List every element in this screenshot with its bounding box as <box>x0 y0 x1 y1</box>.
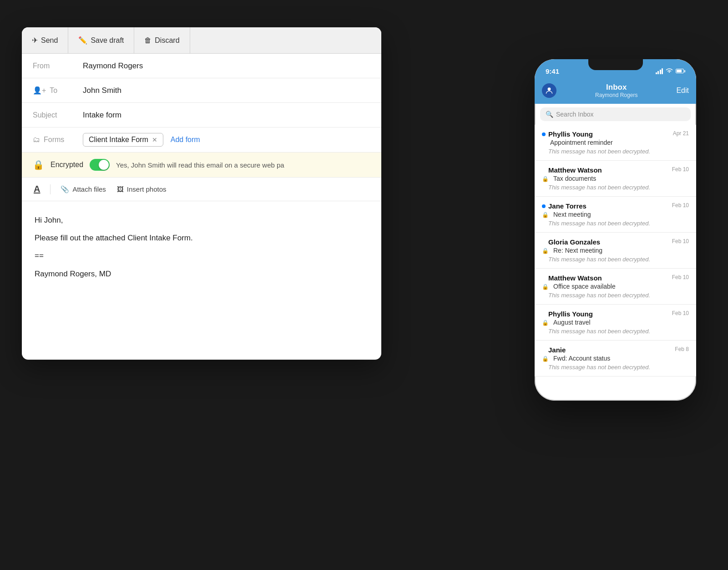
unread-dot <box>542 204 546 208</box>
email-subject: Tax documents <box>553 175 596 182</box>
body-separator: == <box>35 249 369 262</box>
form-tag-label: Client Intake Form <box>89 136 148 144</box>
email-list-item[interactable]: Matthew WatsonFeb 10🔒Tax documentsThis m… <box>535 161 696 197</box>
email-subject: Fwd: Account status <box>553 355 610 362</box>
phone-inner: 9:41 <box>535 59 696 401</box>
form-tag: Client Intake Form ✕ <box>83 133 163 147</box>
email-date: Apr 21 <box>673 130 689 137</box>
email-sender-name: Matthew Watson <box>548 274 602 282</box>
attach-files-label: Attach files <box>72 185 106 193</box>
phone-notch <box>588 59 643 70</box>
forms-icon: 🗂 <box>33 136 40 144</box>
read-placeholder <box>542 240 546 244</box>
pencil-icon: ✏️ <box>78 36 87 45</box>
body-main: Please fill out the attached Client Inta… <box>35 232 369 244</box>
formatting-row: A 📎 Attach files 🖼 Insert photos <box>22 178 381 201</box>
encrypted-toggle[interactable] <box>90 159 110 171</box>
email-sender-name: Janie <box>548 346 566 354</box>
encrypted-label: Encrypted <box>51 161 83 169</box>
read-placeholder <box>542 276 546 280</box>
from-value: Raymond Rogers <box>83 61 143 71</box>
save-draft-button[interactable]: ✏️ Save draft <box>68 27 134 54</box>
email-sender-row: Janie <box>542 346 566 354</box>
email-date: Feb 10 <box>672 310 689 316</box>
email-date: Feb 10 <box>672 166 689 173</box>
subject-row: Subject Intake form <box>22 103 381 127</box>
body-greeting: Hi John, <box>35 214 369 226</box>
status-time: 9:41 <box>546 67 559 75</box>
encrypted-description: Yes, John Smith will read this email on … <box>116 161 284 169</box>
email-list-item[interactable]: Gloria GonzalesFeb 10🔒Re: Next meetingTh… <box>535 233 696 269</box>
email-preview: This message has not been decrypted. <box>548 292 689 299</box>
avatar <box>542 83 556 98</box>
send-icon: ✈ <box>32 36 38 45</box>
email-preview: This message has not been decrypted. <box>548 328 689 335</box>
lock-icon: 🔒 <box>33 159 44 170</box>
email-sender-row: Phyllis Young <box>542 130 593 138</box>
email-sender-name: Jane Torres <box>548 202 586 210</box>
wifi-icon <box>666 68 673 75</box>
email-date: Feb 10 <box>672 274 689 280</box>
search-bar[interactable]: 🔍 Search Inbox <box>540 107 691 121</box>
from-label: From <box>33 62 83 70</box>
email-list-item[interactable]: Matthew WatsonFeb 10🔒Office space availa… <box>535 269 696 305</box>
email-date: Feb 10 <box>672 202 689 209</box>
lock-icon: 🔒 <box>542 284 549 290</box>
lock-icon: 🔒 <box>542 176 549 182</box>
lock-icon: 🔒 <box>542 248 549 254</box>
save-draft-label: Save draft <box>91 36 124 45</box>
text-format-button[interactable]: A <box>33 182 41 196</box>
email-list: Phyllis YoungApr 21Appointment reminderT… <box>535 125 696 377</box>
send-button[interactable]: ✈ Send <box>22 27 68 54</box>
format-divider <box>50 184 51 194</box>
email-compose-panel: ✈ Send ✏️ Save draft 🗑 Discard From Raym… <box>22 27 381 360</box>
to-icon: 👤+ <box>33 86 46 95</box>
add-form-link[interactable]: Add form <box>171 136 200 144</box>
inbox-title-block: Inbox Raymond Rogers <box>595 83 637 98</box>
lock-icon: 🔒 <box>542 320 549 326</box>
email-list-item[interactable]: Jane TorresFeb 10🔒Next meetingThis messa… <box>535 197 696 233</box>
insert-photos-button[interactable]: 🖼 Insert photos <box>116 183 167 195</box>
discard-button[interactable]: 🗑 Discard <box>134 27 190 54</box>
forms-row: 🗂 Forms Client Intake Form ✕ Add form <box>22 127 381 153</box>
search-icon: 🔍 <box>546 111 553 118</box>
insert-photos-label: Insert photos <box>127 185 167 193</box>
discard-label: Discard <box>155 36 179 45</box>
inbox-subtitle: Raymond Rogers <box>595 92 637 98</box>
email-preview: This message has not been decrypted. <box>548 364 689 371</box>
subject-value: Intake form <box>83 111 121 120</box>
email-subject: Next meeting <box>553 211 591 218</box>
phone-mockup: 9:41 <box>535 59 696 401</box>
edit-button[interactable]: Edit <box>676 87 689 95</box>
svg-point-0 <box>548 87 551 91</box>
email-body[interactable]: Hi John, Please fill out the attached Cl… <box>22 201 381 298</box>
email-sender-row: Gloria Gonzales <box>542 238 600 246</box>
read-placeholder <box>542 312 546 316</box>
body-signature: Raymond Rogers, MD <box>35 268 369 280</box>
from-row: From Raymond Rogers <box>22 54 381 78</box>
form-tag-close-button[interactable]: ✕ <box>152 137 157 143</box>
email-list-item[interactable]: JanieFeb 8🔒Fwd: Account statusThis messa… <box>535 341 696 377</box>
email-subject: August travel <box>553 319 591 326</box>
read-placeholder <box>542 348 546 352</box>
email-sender-name: Phyllis Young <box>548 130 593 138</box>
email-date: Feb 10 <box>672 238 689 244</box>
to-row: 👤+ To John Smith <box>22 78 381 103</box>
email-preview: This message has not been decrypted. <box>548 220 689 227</box>
attach-files-button[interactable]: 📎 Attach files <box>60 183 106 195</box>
search-placeholder: Search Inbox <box>556 111 594 118</box>
email-sender-name: Phyllis Young <box>548 310 593 318</box>
email-subject: Appointment reminder <box>550 139 613 146</box>
send-label: Send <box>41 36 58 45</box>
email-subject: Re: Next meeting <box>553 247 602 254</box>
lock-icon: 🔒 <box>542 356 549 362</box>
email-list-item[interactable]: Phyllis YoungApr 21Appointment reminderT… <box>535 125 696 161</box>
email-sender-row: Jane Torres <box>542 202 586 210</box>
photo-icon: 🖼 <box>117 185 124 193</box>
email-preview: This message has not been decrypted. <box>548 148 689 155</box>
trash-icon: 🗑 <box>144 36 152 45</box>
email-sender-row: Matthew Watson <box>542 166 602 174</box>
unread-dot <box>542 132 546 136</box>
email-subject: Office space available <box>553 283 616 290</box>
email-list-item[interactable]: Phyllis YoungFeb 10🔒August travelThis me… <box>535 305 696 341</box>
